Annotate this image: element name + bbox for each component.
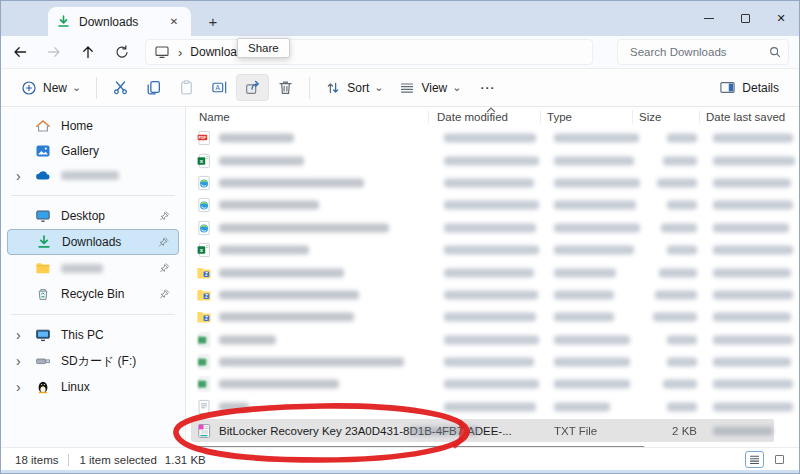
blurred-name-text — [219, 313, 354, 322]
sidebar-item-desktop[interactable]: Desktop — [7, 203, 179, 229]
tab-downloads[interactable]: Downloads ✕ — [48, 7, 191, 36]
sidebar-item-this-pc[interactable]: ›This PC — [7, 322, 179, 348]
file-row-blurred[interactable]: PDF — [186, 127, 799, 149]
file-row-blurred[interactable] — [186, 194, 799, 216]
sidebar-item-sd-f[interactable]: ›SDカード (F:) — [7, 348, 179, 374]
sidebar-item-linux[interactable]: ›Linux — [7, 374, 179, 400]
sidebar-item-blurred[interactable]: › — [7, 163, 179, 188]
back-button[interactable] — [5, 39, 35, 65]
column-header-name[interactable]: Name — [186, 110, 429, 124]
blurred-type-text — [554, 201, 636, 210]
blurred-name-text — [219, 335, 276, 344]
column-header-date-last-saved[interactable]: Date last saved — [700, 110, 793, 124]
sort-button[interactable]: Sort ⌄ — [317, 75, 391, 101]
content-area: HomeGallery›DesktopDownloadsRecycle Bin›… — [1, 107, 799, 449]
selected-file-row[interactable]: BitLocker Recovery Key 23A0D431-8D1B-4FB… — [191, 419, 774, 442]
thumbnail-view-toggle[interactable] — [770, 451, 789, 468]
window-controls: ✕ — [691, 1, 799, 36]
details-pane-button[interactable]: Details — [711, 74, 787, 101]
titlebar: Downloads ✕ + ✕ — [1, 1, 799, 36]
file-row-blurred[interactable] — [186, 351, 799, 373]
search-box — [617, 39, 789, 65]
blurred-type-text — [554, 402, 610, 411]
excel-file-icon: x — [196, 153, 212, 169]
details-view-toggle[interactable] — [745, 451, 764, 468]
refresh-button[interactable] — [107, 39, 137, 65]
new-button[interactable]: New ⌄ — [13, 75, 89, 101]
chevron-right-icon[interactable]: › — [16, 354, 21, 368]
selection-count: 1 item selected — [79, 454, 156, 466]
maximize-button[interactable] — [727, 1, 763, 36]
sidebar-item-recycle-bin[interactable]: Recycle Bin — [7, 281, 179, 307]
status-divider — [68, 454, 69, 466]
address-bar[interactable]: › Downloads › — [145, 39, 593, 65]
refresh-icon — [114, 44, 130, 60]
file-row-blurred[interactable] — [186, 396, 799, 418]
column-header-type[interactable]: Type — [541, 110, 633, 124]
blurred-name-text — [219, 246, 309, 255]
file-row-blurred[interactable] — [186, 217, 799, 239]
sort-ascending-caret-icon — [486, 107, 496, 113]
cut-button[interactable] — [104, 74, 137, 101]
maximize-icon — [741, 14, 750, 23]
sort-label: Sort — [347, 81, 369, 95]
file-row-blurred[interactable]: x — [186, 239, 799, 261]
file-row-blurred[interactable] — [186, 329, 799, 351]
file-row-blurred[interactable]: Z — [186, 284, 799, 306]
more-options-button[interactable]: ⋯ — [469, 77, 505, 99]
chevron-right-icon[interactable]: › — [16, 328, 21, 342]
details-label: Details — [742, 81, 779, 95]
file-row-blurred[interactable]: x — [186, 149, 799, 171]
share-button[interactable] — [236, 74, 269, 101]
status-bar: 18 items 1 item selected 1.31 KB — [1, 447, 799, 473]
view-button[interactable]: View ⌄ — [391, 75, 469, 101]
minimize-button[interactable] — [691, 1, 727, 36]
new-tab-button[interactable]: + — [202, 10, 224, 32]
file-explorer-window: Downloads ✕ + ✕ › Downloads › — [0, 0, 800, 474]
sidebar-item-gallery[interactable]: Gallery — [7, 138, 179, 163]
toolbar-divider — [309, 77, 310, 99]
sidebar-divider — [11, 314, 175, 315]
rename-button[interactable]: A — [203, 74, 236, 101]
pin-icon — [158, 288, 171, 301]
blurred-date-text — [444, 201, 539, 210]
search-icon — [768, 45, 782, 59]
file-rows: PDFxxZZZ — [186, 127, 799, 418]
sidebar-item-blurred[interactable] — [7, 255, 179, 281]
blurred-date-text — [444, 156, 539, 165]
selected-file-size: 2 KB — [672, 425, 697, 437]
paste-button[interactable] — [170, 74, 203, 101]
pdf-file-icon: PDF — [196, 130, 212, 146]
blurred-type-text — [554, 156, 634, 165]
close-button[interactable]: ✕ — [763, 1, 799, 36]
desktop-monitor-icon — [35, 208, 51, 224]
chevron-down-icon: ⌄ — [72, 81, 81, 94]
file-row-blurred[interactable]: Z — [186, 261, 799, 283]
chevron-right-icon[interactable]: › — [16, 380, 21, 394]
file-row-blurred[interactable] — [186, 373, 799, 395]
blurred-saved-text — [713, 402, 793, 411]
linux-penguin-icon — [35, 379, 51, 395]
svg-text:Z: Z — [205, 316, 208, 321]
file-row-blurred[interactable]: Z — [186, 306, 799, 328]
search-input[interactable] — [628, 45, 768, 59]
svg-text:PDF: PDF — [199, 136, 207, 140]
forward-button[interactable] — [39, 39, 69, 65]
tab-close-icon[interactable]: ✕ — [165, 13, 183, 31]
column-header-size[interactable]: Size — [633, 110, 700, 124]
copy-button[interactable] — [137, 74, 170, 101]
delete-button[interactable] — [269, 74, 302, 101]
sidebar: HomeGallery›DesktopDownloadsRecycle Bin›… — [1, 107, 186, 449]
view-label: View — [421, 81, 447, 95]
sidebar-item-label: Desktop — [61, 209, 105, 223]
sidebar-item-downloads[interactable]: Downloads — [7, 229, 179, 255]
sidebar-item-home[interactable]: Home — [7, 113, 179, 138]
selection-size: 1.31 KB — [165, 454, 206, 466]
chevron-right-icon[interactable]: › — [16, 169, 21, 183]
blurred-type-text — [554, 313, 614, 322]
sidebar-item-label: This PC — [61, 328, 104, 342]
column-header-date-modified[interactable]: Date modified — [429, 110, 541, 124]
up-button[interactable] — [73, 39, 103, 65]
blurred-name-text — [219, 380, 339, 389]
file-row-blurred[interactable] — [186, 172, 799, 194]
